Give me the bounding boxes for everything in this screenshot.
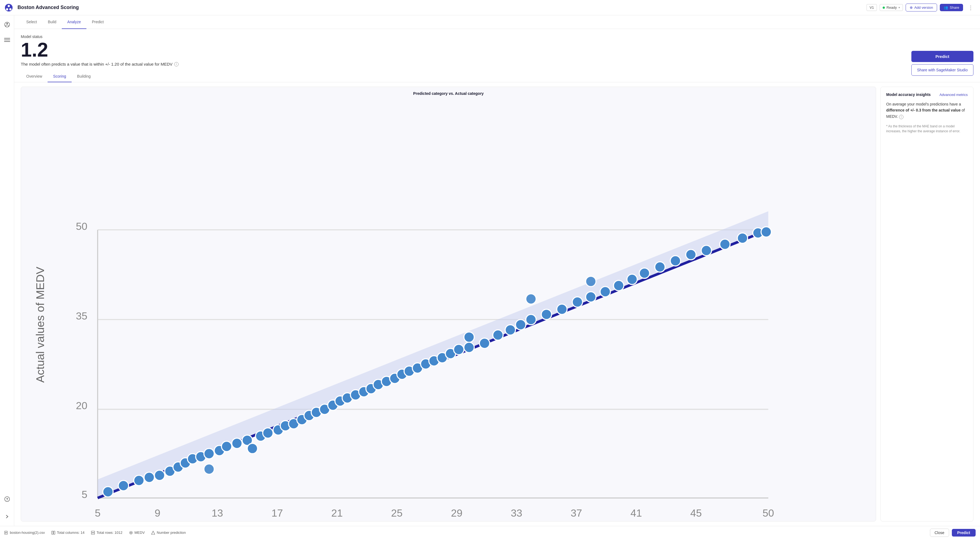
info-icon[interactable]: i [174,62,178,67]
rows-icon [91,531,95,535]
sidebar-icon-help[interactable]: ? [2,494,12,504]
sub-tab-building[interactable]: Building [72,71,96,82]
file-icon [5,531,8,535]
insights-text: On average your model's predictions have… [886,101,968,119]
svg-text:41: 41 [630,507,642,519]
svg-rect-7 [4,40,10,40]
svg-rect-6 [4,38,10,38]
add-version-button[interactable]: ⊕ Add version [905,3,937,11]
chart-title: Predicted category vs. Actual category [25,91,872,95]
main-content: Select Build Analyze Predict Model statu… [14,15,980,526]
svg-text:50: 50 [76,221,87,232]
svg-point-37 [103,487,113,497]
svg-point-96 [686,250,696,260]
model-description: The model often predicts a value that is… [21,62,974,67]
bottom-bar: boston-housing(2).csv Total columns: 14 … [0,526,980,539]
target-icon [129,531,133,535]
svg-point-50 [232,438,242,448]
svg-point-91 [614,280,624,291]
scatter-chart: Actual values of MEDV Predicted values o… [25,98,872,522]
svg-text:33: 33 [511,507,522,519]
share-icon: 👥 [943,5,948,10]
svg-rect-111 [91,531,95,533]
tab-predict[interactable]: Predict [86,15,110,29]
svg-point-1 [8,5,10,7]
svg-point-89 [586,292,596,302]
svg-point-83 [505,325,516,335]
bottom-columns-label: Total columns: 14 [57,531,84,535]
svg-point-3 [9,8,11,10]
svg-text:17: 17 [272,507,283,519]
model-score: 1.2 [21,40,974,60]
svg-point-52 [247,444,258,454]
sidebar-icon-expand[interactable] [2,512,12,522]
topbar: Boston Advanced Scoring V1 Ready ▾ ⊕ Add… [0,0,980,15]
chart-section: Predicted category vs. Actual category A… [14,82,980,526]
sidebar: ? [0,15,14,526]
bottom-right: Close Predict [930,529,975,537]
predict-button-main[interactable]: Predict [912,51,974,62]
svg-point-87 [557,304,567,315]
insights-title: Model accuracy insights [886,92,931,97]
bottom-target: MEDV [129,531,145,535]
bottom-file: boston-housing(2).csv [5,531,45,535]
svg-point-94 [655,262,665,272]
svg-text:?: ? [6,497,8,501]
close-button[interactable]: Close [930,529,949,537]
advanced-metrics-link[interactable]: Advanced metrics [940,93,968,97]
bottom-prediction-type: Number prediction [151,531,186,535]
svg-text:Actual values of MEDV: Actual values of MEDV [33,267,46,383]
svg-point-103 [586,276,596,287]
sub-tab-scoring[interactable]: Scoring [48,71,72,82]
svg-point-5 [6,23,8,24]
predict-button-bottom[interactable]: Predict [952,529,975,537]
svg-text:25: 25 [391,507,402,519]
bottom-file-label: boston-housing(2).csv [10,531,45,535]
svg-point-102 [526,294,536,304]
svg-point-85 [526,314,536,325]
logo-icon [5,3,13,12]
sidebar-icon-ai[interactable] [2,20,12,30]
sub-tab-overview[interactable]: Overview [21,71,48,82]
action-buttons: Predict Share with SageMaker Studio [912,51,974,76]
svg-text:37: 37 [571,507,582,519]
insights-info-icon[interactable]: i [899,115,904,119]
svg-rect-109 [52,531,53,534]
tab-select[interactable]: Select [21,15,42,29]
svg-rect-110 [54,531,55,534]
bottom-prediction-label: Number prediction [157,531,186,535]
svg-point-80 [464,332,474,342]
svg-point-92 [627,274,637,285]
svg-point-41 [154,470,165,480]
sagemaker-button[interactable]: Share with SageMaker Studio [912,64,974,76]
svg-point-114 [130,532,132,533]
svg-point-98 [720,239,730,250]
version-badge[interactable]: V1 [867,4,877,11]
svg-marker-115 [151,531,155,534]
bottom-rows-label: Total rows: 1012 [97,531,123,535]
svg-text:29: 29 [451,507,462,519]
layout: ? Select Build Analyze Predict Model sta… [0,15,980,526]
insights-panel: Model accuracy insights Advanced metrics… [880,87,974,522]
tab-build[interactable]: Build [42,15,62,29]
svg-text:45: 45 [690,507,702,519]
status-badge[interactable]: Ready ▾ [880,4,903,11]
svg-rect-8 [4,41,10,42]
svg-text:5: 5 [95,507,100,519]
svg-text:9: 9 [154,507,160,519]
plus-icon: ⊕ [910,5,913,10]
svg-point-39 [134,475,144,486]
more-options-button[interactable]: ⋮ [966,3,975,12]
share-button[interactable]: 👥 Share [940,4,963,11]
svg-point-81 [479,338,490,348]
model-status-label: Model status [21,35,974,39]
sidebar-icon-list[interactable] [2,35,12,45]
model-status-section: Model status 1.2 The model often predict… [14,29,980,67]
tab-analyze[interactable]: Analyze [62,15,86,29]
svg-text:20: 20 [76,400,87,411]
svg-point-49 [221,441,232,452]
svg-point-88 [572,297,583,307]
svg-rect-112 [91,533,95,534]
svg-point-86 [541,309,552,320]
bottom-rows: Total rows: 1012 [91,531,123,535]
